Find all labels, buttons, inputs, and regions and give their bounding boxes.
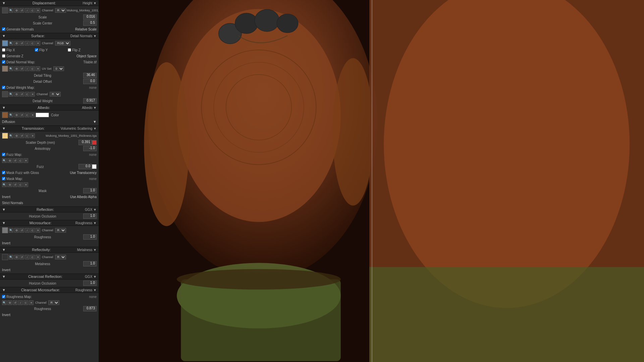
metal-x-icon[interactable]: ✕: [36, 255, 40, 259]
detnorm-edit-icon[interactable]: /: [25, 66, 30, 71]
alb-gear-icon[interactable]: ⚙: [14, 113, 19, 117]
diffusion-dropdown[interactable]: ▼: [93, 120, 97, 124]
rough-x-icon[interactable]: ✕: [36, 228, 40, 233]
scale-center-value[interactable]: 0.5: [83, 20, 97, 26]
scat-chain-icon[interactable]: C: [25, 133, 30, 138]
metal-eye-icon[interactable]: ↺: [19, 255, 24, 259]
mask-map-checkbox[interactable]: [2, 177, 5, 180]
fuzz-x-icon[interactable]: ✕: [23, 158, 28, 163]
metal-search-icon[interactable]: 🔍: [9, 255, 13, 259]
detail-offset-slider[interactable]: Detail Offset: [2, 79, 83, 84]
rough-gear-icon[interactable]: ⚙: [14, 228, 19, 233]
mask-fuzz-checkbox[interactable]: [2, 171, 5, 174]
flip-x-checkbox[interactable]: [2, 48, 5, 52]
detail-weight-value[interactable]: 0.917: [83, 98, 97, 104]
rough-edit-icon[interactable]: /: [25, 228, 30, 233]
mask-value[interactable]: 1.0: [83, 188, 97, 193]
metal-gear-icon[interactable]: ⚙: [14, 255, 19, 259]
detail-weight-map-checkbox[interactable]: [2, 86, 5, 89]
albedo-section-header[interactable]: ▼ Albedo: Albedo ▼: [0, 105, 99, 111]
disp-chain-icon[interactable]: C: [30, 8, 35, 13]
roughness-value[interactable]: 1.0: [83, 234, 97, 240]
horizon-occ-value[interactable]: 1.0: [83, 214, 97, 219]
displacement-section-header[interactable]: ▼ Displacement: Height ▼: [0, 0, 99, 6]
mask-eye-icon[interactable]: ↺: [13, 182, 17, 187]
ccrough-x-icon[interactable]: ✕: [29, 300, 34, 305]
fuzz-value[interactable]: 0.0: [78, 164, 92, 169]
detail-normal-checkbox[interactable]: [2, 60, 5, 64]
fuzz-slider[interactable]: Fuzz: [2, 164, 78, 169]
alb-search-icon[interactable]: 🔍: [9, 113, 13, 117]
clearcoat-roughness-slider[interactable]: Roughness: [2, 306, 83, 311]
detw-eye-icon[interactable]: ↺: [19, 92, 24, 97]
detail-offset-value[interactable]: 0.0: [83, 79, 97, 84]
surface-section-header[interactable]: ▼ Surface: Detail Normals ▼: [0, 33, 99, 39]
alb-chain-icon[interactable]: C: [25, 113, 30, 117]
scat-x-icon[interactable]: ✕: [30, 133, 35, 138]
mask-gear-icon[interactable]: ⚙: [7, 182, 12, 187]
metalness-value[interactable]: 1.0: [83, 261, 97, 266]
mask-x-icon[interactable]: ✕: [23, 182, 28, 187]
albedo-color-swatch[interactable]: [36, 113, 49, 117]
rough-channel-select[interactable]: R: [55, 228, 66, 233]
microsurface-section-header[interactable]: ▼ Microsurface: Roughness ▼: [0, 220, 99, 226]
mask-search-icon[interactable]: 🔍: [2, 182, 7, 187]
panel-scroll[interactable]: ▼ Displacement: Height ▼ 🔍 ⚙ ↺ / C ✕ Cha…: [0, 0, 99, 362]
rough-search-icon[interactable]: 🔍: [9, 228, 13, 233]
detw-search-icon[interactable]: 🔍: [9, 92, 13, 97]
rough-eye-icon[interactable]: ↺: [19, 228, 24, 233]
clearcoat-microsurface-section-header[interactable]: ▼ Clearcoat Microsurface: Roughness ▼: [0, 287, 99, 293]
transmission-section-header[interactable]: ▼ Transmission: Volumetric Scattering ▼: [0, 125, 99, 131]
metal-channel-select[interactable]: R: [55, 255, 66, 259]
metalness-slider[interactable]: Metalness: [2, 261, 83, 266]
fuzz-map-checkbox[interactable]: [2, 153, 5, 156]
disp-gear-icon[interactable]: ⚙: [14, 8, 19, 13]
norm-gear-icon[interactable]: ⚙: [14, 41, 19, 46]
detail-tiling-slider[interactable]: Detail Tiling: [2, 73, 83, 78]
scat-gear-icon[interactable]: ⚙: [14, 133, 19, 138]
ccrough-edit-icon[interactable]: /: [18, 300, 23, 305]
gen-z-checkbox[interactable]: [2, 54, 5, 58]
norm-channel-select[interactable]: RGB: [55, 41, 70, 46]
clearcoat-horizon-value[interactable]: 1.0: [83, 281, 97, 286]
detw-channel-select[interactable]: R: [50, 92, 61, 97]
mask-chain-icon[interactable]: C: [18, 182, 23, 187]
scatter-color-red[interactable]: [92, 140, 97, 145]
flip-z-checkbox[interactable]: [68, 48, 71, 52]
clearcoat-roughness-value[interactable]: 0.873: [83, 306, 97, 311]
mask-slider[interactable]: Mask: [2, 188, 83, 193]
detw-x-icon[interactable]: ✕: [30, 92, 35, 97]
scat-eye-icon[interactable]: ↺: [19, 133, 24, 138]
metal-chain-icon[interactable]: C: [30, 255, 35, 259]
detnorm-search-icon[interactable]: 🔍: [9, 66, 13, 71]
anisotropy-value[interactable]: -1.0: [83, 146, 97, 151]
fuzz-search-icon[interactable]: 🔍: [2, 158, 7, 163]
norm-edit-icon[interactable]: /: [25, 41, 30, 46]
scat-search-icon[interactable]: 🔍: [9, 133, 13, 138]
clearcoat-roughness-map-checkbox[interactable]: [2, 295, 5, 298]
detw-gear-icon[interactable]: ⚙: [14, 92, 19, 97]
fuzz-color-white[interactable]: [92, 164, 97, 169]
detnorm-x-icon[interactable]: ✕: [36, 66, 40, 71]
horizon-occ-slider[interactable]: Horizon Occlusion: [2, 214, 83, 219]
detnorm-gear-icon[interactable]: ⚙: [14, 66, 19, 71]
disp-eye-icon[interactable]: ↺: [19, 8, 24, 13]
flip-y-checkbox[interactable]: [35, 48, 38, 52]
ccrough-eye-icon[interactable]: ↺: [13, 300, 17, 305]
ccrough-gear-icon[interactable]: ⚙: [7, 300, 12, 305]
scale-center-slider[interactable]: Scale Center: [2, 20, 83, 26]
clearcoat-horizon-slider[interactable]: Horizon Occlusion: [2, 281, 83, 286]
fuzz-gear-icon[interactable]: ⚙: [7, 158, 12, 163]
scatter-depth-value[interactable]: 0.391: [78, 140, 92, 145]
generate-normals-checkbox[interactable]: [2, 27, 5, 31]
detail-tiling-value[interactable]: 36.46: [83, 73, 97, 78]
ccrough-channel-select[interactable]: R: [48, 300, 59, 305]
rough-chain-icon[interactable]: C: [30, 228, 35, 233]
clearcoat-reflection-section-header[interactable]: ▼ Clearcoat Reflection: GGX ▼: [0, 274, 99, 280]
disp-x-icon[interactable]: ✕: [36, 8, 40, 13]
scale-slider[interactable]: Scale: [2, 14, 83, 20]
detnorm-chain-icon[interactable]: C: [30, 66, 35, 71]
reflectivity-section-header[interactable]: ▼ Reflectivity: Metalness ▼: [0, 247, 99, 253]
norm-search-icon[interactable]: 🔍: [9, 41, 13, 46]
detw-chain-icon[interactable]: C: [25, 92, 30, 97]
